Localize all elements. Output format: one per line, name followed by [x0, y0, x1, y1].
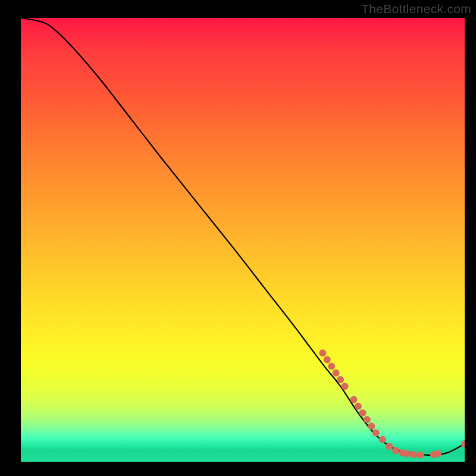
marker-dot [434, 450, 441, 458]
marker-dot [392, 447, 399, 454]
marker-dot [355, 403, 362, 410]
highlight-markers [319, 349, 465, 459]
marker-dot [368, 422, 375, 430]
marker-dot [337, 376, 344, 383]
marker-dot [350, 396, 358, 403]
marker-dot [328, 363, 335, 370]
attribution-text: TheBottleneck.com [361, 2, 471, 16]
curve-line [21, 18, 465, 455]
marker-dot [324, 356, 331, 363]
marker-dot [333, 369, 340, 377]
chart-svg [21, 18, 465, 462]
marker-dot [342, 383, 349, 390]
marker-dot [386, 443, 393, 450]
marker-dot [410, 451, 417, 458]
marker-dot [461, 440, 465, 447]
marker-dot [379, 436, 386, 443]
marker-dot [359, 409, 366, 416]
marker-dot [416, 452, 424, 459]
marker-dot [364, 416, 371, 423]
marker-dot [372, 430, 380, 437]
marker-dot [403, 450, 411, 458]
marker-dot [319, 349, 326, 356]
